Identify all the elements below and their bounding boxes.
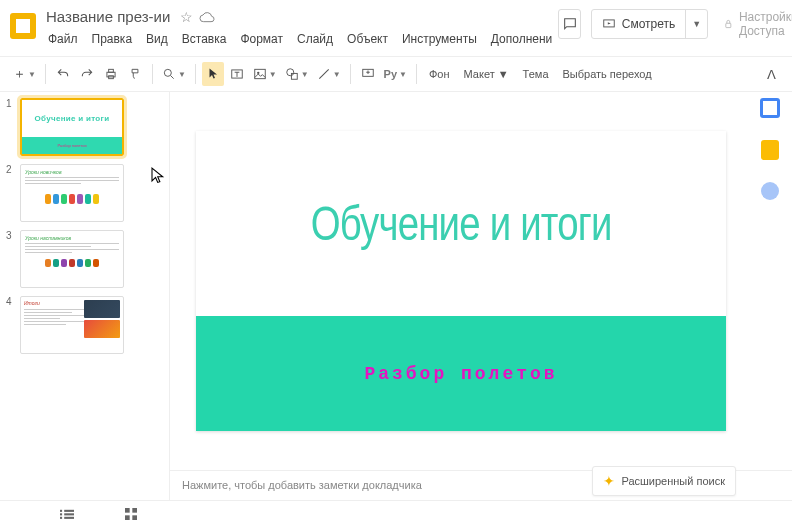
separator	[416, 64, 417, 84]
canvas-area: Обучение и итоги Разбор полетов Нажмите,…	[170, 92, 792, 500]
menu-insert[interactable]: Вставка	[176, 29, 233, 49]
print-button[interactable]	[100, 62, 122, 86]
toolbar-right: ᐱ	[760, 62, 782, 86]
svg-rect-14	[60, 516, 62, 518]
separator	[152, 64, 153, 84]
menu-slide[interactable]: Слайд	[291, 29, 339, 49]
present-dropdown[interactable]: ▼	[685, 10, 707, 38]
menu-view[interactable]: Вид	[140, 29, 174, 49]
slide-thumb-row: 3 Уроки наставников	[6, 230, 163, 288]
zoom-button[interactable]: ▼	[159, 62, 189, 86]
canvas-wrap: Обучение и итоги Разбор полетов	[170, 92, 792, 470]
title-area: Название през-ии ☆ Файл Правка Вид Встав…	[42, 6, 558, 49]
layout-button[interactable]: Макет▼	[458, 68, 515, 80]
cloud-saved-icon[interactable]	[199, 11, 215, 23]
hide-menus-button[interactable]: ᐱ	[760, 62, 782, 86]
paint-format-button[interactable]	[124, 62, 146, 86]
comments-button[interactable]	[558, 9, 581, 39]
slide-number: 1	[6, 98, 16, 156]
svg-rect-19	[132, 508, 137, 513]
background-button[interactable]: Фон	[423, 68, 456, 80]
redo-button[interactable]	[76, 62, 98, 86]
svg-rect-15	[64, 509, 74, 511]
side-panel	[748, 92, 792, 200]
menu-tools[interactable]: Инструменты	[396, 29, 483, 49]
image-tool[interactable]: ▼	[250, 62, 280, 86]
svg-rect-21	[132, 515, 137, 520]
canvas-subtitle-area[interactable]: Разбор полетов	[196, 316, 726, 431]
slide-thumb-row: 4 Итоги	[6, 296, 163, 354]
explore-label: Расширенный поиск	[621, 475, 725, 487]
svg-rect-1	[726, 23, 731, 27]
calendar-icon[interactable]	[760, 98, 780, 118]
svg-rect-10	[291, 73, 297, 79]
toolbar: ＋▼ ▼ ▼ ▼ ▼ Py▼ Фон Макет▼ Тема Выбрать п…	[0, 56, 792, 92]
body: 1 Обучение и итоги Разбор полетов 2 Урок…	[0, 92, 792, 500]
separator	[195, 64, 196, 84]
svg-rect-18	[125, 508, 130, 513]
undo-button[interactable]	[52, 62, 74, 86]
slides-logo[interactable]	[10, 8, 36, 44]
thumb-title: Уроки новичков	[25, 169, 119, 175]
select-tool[interactable]	[202, 62, 224, 86]
menu-format[interactable]: Формат	[234, 29, 289, 49]
svg-rect-3	[109, 69, 114, 72]
shape-tool[interactable]: ▼	[282, 62, 312, 86]
svg-rect-12	[60, 509, 62, 511]
present-button-main[interactable]: Смотреть	[592, 10, 686, 38]
textbox-tool[interactable]	[226, 62, 248, 86]
slide-thumb-1[interactable]: Обучение и итоги Разбор полетов	[20, 98, 124, 156]
thumb-title: Обучение и итоги	[35, 114, 110, 123]
explore-button[interactable]: ✦ Расширенный поиск	[592, 466, 736, 496]
separator	[350, 64, 351, 84]
filmstrip-view-icon[interactable]	[60, 508, 74, 520]
tasks-icon[interactable]	[761, 182, 779, 200]
transition-button[interactable]: Выбрать переход	[557, 68, 658, 80]
filmstrip[interactable]: 1 Обучение и итоги Разбор полетов 2 Урок…	[0, 92, 170, 500]
slide-thumb-4[interactable]: Итоги	[20, 296, 124, 354]
share-button[interactable]: Настройки Доступа	[718, 6, 792, 42]
menu-edit[interactable]: Правка	[86, 29, 139, 49]
slide-thumb-2[interactable]: Уроки новичков	[20, 164, 124, 222]
lock-icon	[724, 17, 733, 31]
title-row: Название през-ии ☆	[42, 6, 558, 27]
thumb-subtitle: Разбор полетов	[57, 143, 86, 148]
canvas-title-area[interactable]: Обучение и итоги	[196, 131, 726, 316]
thumb-title: Итоги	[24, 300, 84, 307]
menu-file[interactable]: Файл	[42, 29, 84, 49]
thumb-title: Уроки наставников	[25, 235, 119, 241]
slide-canvas[interactable]: Обучение и итоги Разбор полетов	[196, 131, 726, 431]
comment-tool[interactable]	[357, 62, 379, 86]
new-slide-button[interactable]: ＋▼	[10, 62, 39, 86]
svg-rect-16	[64, 513, 74, 515]
svg-rect-13	[60, 513, 62, 515]
star-icon[interactable]: ☆	[180, 9, 193, 25]
separator	[45, 64, 46, 84]
keep-icon[interactable]	[761, 140, 779, 160]
canvas-subtitle: Разбор полетов	[364, 364, 557, 384]
line-tool[interactable]: ▼	[314, 62, 344, 86]
svg-rect-20	[125, 515, 130, 520]
svg-point-5	[164, 69, 171, 76]
svg-point-9	[287, 69, 294, 76]
theme-button[interactable]: Тема	[517, 68, 555, 80]
menu-addons[interactable]: Дополнени	[485, 29, 558, 49]
svg-rect-7	[255, 69, 266, 78]
document-title[interactable]: Название през-ии	[42, 6, 174, 27]
grid-view-icon[interactable]	[124, 508, 138, 520]
py-tool[interactable]: Py▼	[381, 62, 410, 86]
svg-rect-17	[64, 516, 74, 518]
present-button[interactable]: Смотреть ▼	[591, 9, 708, 39]
slide-thumb-3[interactable]: Уроки наставников	[20, 230, 124, 288]
slide-number: 2	[6, 164, 16, 222]
bottom-bar	[0, 500, 792, 526]
explore-icon: ✦	[603, 473, 615, 489]
menu-bar: Файл Правка Вид Вставка Формат Слайд Объ…	[42, 29, 558, 49]
header: Название през-ии ☆ Файл Правка Вид Встав…	[0, 0, 792, 56]
slide-number: 3	[6, 230, 16, 288]
header-right: Смотреть ▼ Настройки Доступа O	[558, 6, 792, 42]
present-icon	[602, 17, 616, 31]
slides-logo-icon	[10, 13, 36, 39]
menu-arrange[interactable]: Объект	[341, 29, 394, 49]
canvas-title: Обучение и итоги	[311, 196, 612, 251]
